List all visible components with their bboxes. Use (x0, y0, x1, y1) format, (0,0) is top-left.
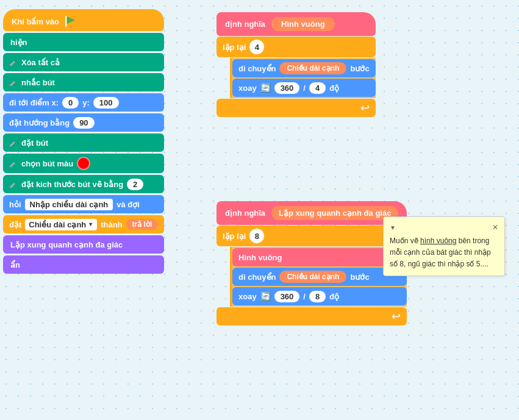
xoay-8-2[interactable]: 8 (309, 291, 326, 302)
chon-but-mau-label: chọn bút màu (21, 159, 73, 168)
define-name-2: Lặp xung quanh cạnh đa giác (271, 206, 398, 220)
di-toi-y-input[interactable]: 100 (93, 97, 119, 109)
xoay-arrow-2: 🔄 (260, 291, 271, 301)
xoa-tat-ca-block[interactable]: Xóa tất cả (3, 53, 164, 71)
svg-rect-6 (10, 141, 15, 147)
define-name-1: Hình vuông (271, 17, 335, 31)
note-text: Muốn vẽ hình vuông bên trong mỗi cạnh củ… (390, 235, 498, 271)
lap-xung-quanh-block[interactable]: Lặp xung quanh cạnh đa giác (3, 235, 164, 254)
xoay-suffix-2: độ (329, 292, 339, 301)
define-label-2: định nghĩa (225, 208, 265, 218)
inner-blocks-2: Hình vuông di chuyển Chiều dài cạnh bước… (230, 247, 407, 307)
xoay-arrow-1: 🔄 (260, 83, 271, 93)
repeat-value-2[interactable]: 8 (249, 229, 264, 243)
hinh-vuong-call-label: Hình vuông (238, 253, 282, 262)
dat-pill[interactable]: trả lời (126, 219, 159, 230)
pencil-icon-4 (8, 158, 18, 168)
di-chuyen-2[interactable]: di chuyển Chiều dài cạnh bước (232, 268, 407, 286)
xoay-div-2: / (303, 292, 306, 301)
svg-rect-0 (65, 16, 67, 27)
di-toi-x-input[interactable]: 0 (62, 97, 79, 109)
di-chuyen-label-2: di chuyển (238, 272, 276, 282)
repeat-label-2: lặp lại (223, 232, 246, 241)
repeat-block-2[interactable]: lặp lại 8 (217, 226, 407, 246)
nhac-but-block[interactable]: nhắc bút (3, 73, 164, 91)
xoay-label-1: xoay (238, 84, 257, 93)
di-toi-y-label: y: (82, 98, 90, 107)
dat-dropdown[interactable]: Chiều dài cạnh ▼ (25, 219, 97, 230)
define-label-1: định nghĩa (225, 20, 265, 29)
lap-xung-quanh-label: Lặp xung quanh cạnh đa giác (10, 240, 123, 249)
di-chuyen-suffix-2: bước (350, 272, 369, 282)
hat-label: Khi bấm vào (12, 17, 59, 26)
group1: định nghĩa Hình vuông lặp lại 4 di chuyể… (217, 12, 376, 117)
define-block-1[interactable]: định nghĩa Hình vuông (217, 12, 376, 36)
dat-huong-block[interactable]: đặt hướng bằng 90 (3, 113, 164, 132)
xoa-tat-ca-label: Xóa tất cả (21, 58, 60, 67)
hoi-label: hỏi (9, 200, 21, 209)
svg-rect-2 (10, 61, 15, 66)
hinh-vuong-call[interactable]: Hình vuông (232, 248, 407, 266)
note-header: ▼ ✕ (390, 222, 498, 233)
dat-label: đặt (9, 220, 21, 229)
di-chuyen-1[interactable]: di chuyển Chiều dài cạnh bước (232, 59, 376, 77)
dat-but-label: đặt bút (21, 138, 48, 148)
group2: định nghĩa Lặp xung quanh cạnh đa giác l… (217, 201, 407, 326)
pencil-icon-3 (8, 138, 18, 148)
note-box: ▼ ✕ Muốn vẽ hình vuông bên trong mỗi cạn… (383, 216, 505, 276)
xoay-4-1[interactable]: 4 (309, 82, 326, 94)
svg-marker-11 (9, 186, 10, 187)
note-collapse-icon[interactable]: ▼ (390, 223, 396, 232)
xoay-div-1: / (303, 84, 306, 93)
hien-label: hiện (10, 38, 27, 47)
xoay-label-2: xoay (238, 292, 257, 301)
repeat-block-1[interactable]: lặp lại 4 (217, 37, 376, 57)
nhac-but-label: nhắc bút (21, 78, 55, 87)
left-column: Khi bấm vào hiện Xóa tất cả nhắc bút đi … (3, 9, 164, 274)
svg-rect-10 (10, 183, 15, 188)
note-close-btn[interactable]: ✕ (492, 222, 498, 233)
return-arrow-1: ↩ (217, 99, 376, 117)
return-arrow-2: ↩ (217, 307, 407, 326)
svg-marker-3 (9, 64, 10, 65)
an-label: ẩn (10, 260, 20, 269)
repeat-value-1[interactable]: 4 (249, 40, 264, 54)
dat-block[interactable]: đặt Chiều dài cạnh ▼ thành trả lời (3, 215, 164, 233)
dat-but-block[interactable]: đặt bút (3, 133, 164, 152)
di-chuyen-pill-2[interactable]: Chiều dài cạnh (279, 271, 346, 283)
xoay-1[interactable]: xoay 🔄 360 / 4 độ (232, 79, 376, 97)
dat-kich-thuoc-label: đặt kích thước bút vẽ bằng (21, 180, 123, 189)
svg-rect-8 (10, 162, 15, 168)
xoay-360-2[interactable]: 360 (274, 291, 300, 302)
dat-kich-thuoc-input[interactable]: 2 (127, 179, 143, 190)
dropdown-arrow-icon: ▼ (88, 221, 93, 227)
dat-huong-label: đặt hướng bằng (9, 118, 70, 127)
define-block-2[interactable]: định nghĩa Lặp xung quanh cạnh đa giác (217, 201, 407, 225)
pencil-icon (8, 57, 18, 67)
pencil-icon-2 (8, 77, 18, 87)
svg-rect-4 (10, 81, 15, 87)
di-chuyen-label-1: di chuyển (238, 64, 276, 73)
hat-block[interactable]: Khi bấm vào (3, 9, 164, 31)
hien-block[interactable]: hiện (3, 33, 164, 51)
xoay-2[interactable]: xoay 🔄 360 / 8 độ (232, 287, 407, 305)
hoi-suffix: và đợi (116, 200, 140, 209)
hoi-input[interactable]: Nhập chiều dài cạnh (25, 199, 113, 210)
svg-marker-7 (9, 144, 10, 146)
dat-kich-thuoc-block[interactable]: đặt kích thước bút vẽ bằng 2 (3, 175, 164, 193)
hoi-block[interactable]: hỏi Nhập chiều dài cạnh và đợi (3, 195, 164, 213)
di-toi-label: đi tới điểm x: (9, 98, 59, 107)
di-chuyen-pill-1[interactable]: Chiều dài cạnh (279, 62, 346, 74)
color-circle[interactable] (77, 157, 90, 170)
di-toi-block[interactable]: đi tới điểm x: 0 y: 100 (3, 93, 164, 112)
note-underline: hình vuông (420, 237, 456, 245)
xoay-suffix-1: độ (329, 84, 339, 93)
svg-marker-9 (9, 165, 10, 166)
xoay-360-1[interactable]: 360 (274, 82, 300, 94)
dat-huong-input[interactable]: 90 (73, 117, 94, 129)
pencil-icon-5 (8, 179, 18, 189)
chon-but-mau-block[interactable]: chọn bút màu (3, 154, 164, 173)
flag-icon (64, 15, 76, 27)
an-block[interactable]: ẩn (3, 255, 164, 274)
svg-marker-5 (9, 84, 10, 85)
